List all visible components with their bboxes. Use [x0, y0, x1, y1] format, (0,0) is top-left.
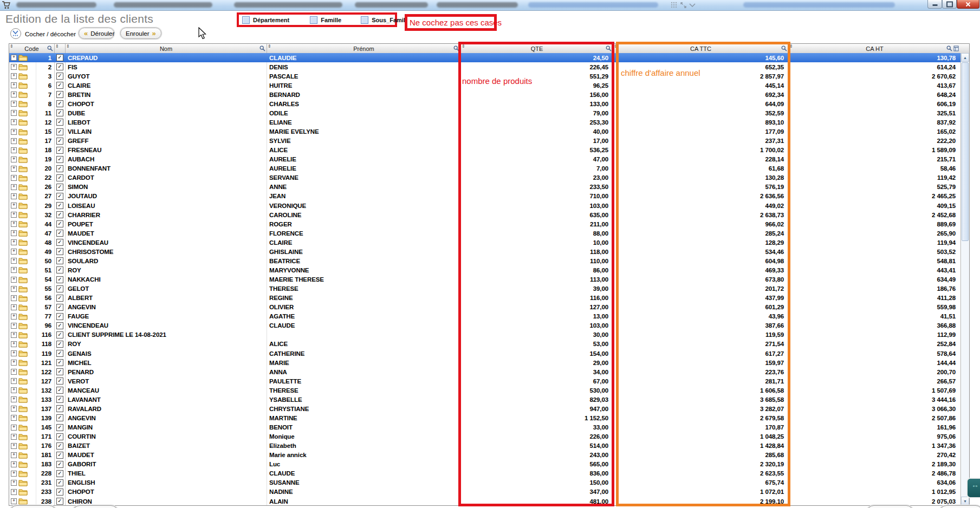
sort-icon[interactable]: ⇕ — [462, 44, 465, 49]
row-checkbox[interactable]: ✓ — [56, 266, 63, 273]
expand-plus-icon[interactable]: + — [11, 221, 17, 227]
table-row[interactable]: + 17 ✓ GREFF SYLVIE 17,00 237,31 222,20 — [9, 136, 960, 146]
row-checkbox[interactable]: ✓ — [56, 156, 63, 163]
table-row[interactable]: + 7 ✓ BRETIN BERNARD 156,00 692,34 648,2… — [9, 90, 960, 99]
expand-plus-icon[interactable]: + — [11, 396, 17, 402]
row-checkbox[interactable]: ✓ — [56, 211, 63, 218]
table-row[interactable]: + 1 ✓ CREPAUD CLAUDIE 24,50 145,60 130,7… — [9, 53, 960, 62]
table-row[interactable]: + 133 ✓ LAVANANT YSABELLE 829,03 3 685,5… — [9, 395, 960, 404]
table-row[interactable]: + 20 ✓ BONNENFANT AURELIE 7,00 61,68 58,… — [9, 164, 960, 173]
header-nom[interactable]: ⇕ Nom — [66, 44, 267, 53]
row-checkbox[interactable]: ✓ — [56, 322, 63, 329]
chevron-down-icon[interactable] — [689, 3, 696, 7]
expand-plus-icon[interactable]: + — [11, 277, 17, 283]
vertical-scrollbar[interactable]: ▲ ▼ — [960, 53, 969, 505]
table-row[interactable]: + 47 ✓ MAUDET FLORENCE 88,00 285,24 265,… — [9, 229, 960, 238]
sort-icon[interactable]: ⇕ — [614, 44, 618, 49]
row-checkbox[interactable]: ✓ — [56, 313, 63, 320]
table-row[interactable]: + 96 ✓ VINCENDEAU CLAUDE 103,00 387,66 3… — [9, 321, 960, 330]
table-row[interactable]: + 77 ✓ FAUGE AGATHE 13,00 43,96 41,51 — [9, 312, 960, 321]
expand-plus-icon[interactable]: + — [11, 498, 17, 504]
table-row[interactable]: + 137 ✓ RAVALARD CHRYSTIANE 947,00 3 282… — [9, 404, 960, 413]
enroule-button[interactable]: Enrouler » — [120, 28, 161, 39]
table-row[interactable]: + 50 ✓ SOULARD BEATRICE 110,00 604,98 54… — [9, 256, 960, 265]
row-checkbox[interactable]: ✓ — [56, 387, 63, 394]
table-row[interactable]: + 3 ✓ GUYOT PASCALE 551,29 2 857,97 2 67… — [9, 71, 960, 81]
expand-plus-icon[interactable]: + — [11, 92, 17, 97]
table-row[interactable]: + 22 ✓ CARDOT SERVANE 23,00 130,28 119,4… — [9, 173, 960, 183]
table-row[interactable]: + 228 ✓ THIEL CLAUDE 836,00 2 623,55 2 4… — [9, 469, 960, 478]
row-checkbox[interactable]: ✓ — [56, 304, 63, 311]
table-row[interactable]: + 49 ✓ CHRISOSTOME GHISLAINE 118,00 534,… — [9, 247, 960, 256]
expand-plus-icon[interactable]: + — [11, 203, 17, 209]
row-checkbox[interactable]: ✓ — [56, 138, 63, 145]
row-checkbox[interactable]: ✓ — [56, 470, 63, 477]
expand-plus-icon[interactable]: + — [11, 82, 17, 88]
filter-famille[interactable]: Famille — [310, 16, 341, 24]
expand-plus-icon[interactable]: + — [11, 489, 17, 495]
row-checkbox[interactable]: ✓ — [56, 331, 63, 338]
sort-icon[interactable]: ⇕ — [10, 44, 14, 49]
row-checkbox[interactable]: ✓ — [56, 461, 63, 468]
expand-plus-icon[interactable]: + — [11, 425, 17, 431]
table-row[interactable]: + 231 ✓ ENGLISH SUSANNE 150,00 675,74 63… — [9, 478, 960, 487]
expand-plus-icon[interactable]: + — [11, 434, 17, 440]
header-code[interactable]: ⇕ Code — [9, 44, 55, 53]
bottom-button[interactable] — [867, 505, 913, 508]
header-prenom[interactable]: ⇕ Prénom — [267, 44, 461, 53]
table-row[interactable]: + 51 ✓ ROY MARYVONNE 86,00 469,33 443,41 — [9, 265, 960, 275]
row-checkbox[interactable]: ✓ — [56, 147, 63, 154]
expand-plus-icon[interactable]: + — [11, 323, 17, 329]
expand-plus-icon[interactable]: + — [11, 129, 17, 135]
table-row[interactable]: + 238 ✓ CHIRON ALAIN 481,00 2 199,10 2 0… — [9, 497, 960, 505]
header-checkbox-col[interactable]: ⇕ — [55, 44, 66, 53]
expand-plus-icon[interactable]: + — [11, 119, 17, 125]
row-checkbox[interactable]: ✓ — [56, 442, 63, 450]
table-row[interactable]: + 2 ✓ FIS DENIS 226,45 652,35 614,24 — [9, 62, 960, 71]
table-row[interactable]: + 44 ✓ POUPET ROGER 211,00 966,02 889,69 — [9, 219, 960, 229]
table-tool-icon[interactable] — [953, 45, 959, 51]
table-row[interactable]: + 54 ✓ NAKKACHI MAERIE THERESE 113,00 67… — [9, 275, 960, 284]
row-checkbox[interactable]: ✓ — [56, 54, 63, 61]
table-row[interactable]: + 8 ✓ CHOPOT CHARLES 133,00 644,09 606,1… — [9, 99, 960, 108]
table-row[interactable]: + 19 ✓ AUBACH AURELIE 47,00 228,14 215,7… — [9, 155, 960, 164]
row-checkbox[interactable]: ✓ — [56, 414, 63, 421]
row-checkbox[interactable]: ✓ — [56, 350, 63, 357]
table-row[interactable]: + 55 ✓ GELOT THERESE 39,00 201,72 186,76 — [9, 284, 960, 294]
header-ca-ttc[interactable]: ⇕ CA TTC — [613, 44, 789, 53]
expand-plus-icon[interactable]: + — [11, 415, 17, 421]
expand-plus-icon[interactable]: + — [11, 267, 17, 273]
table-row[interactable]: + 15 ✓ VILLAIN MARIE EVELYNE 40,00 177,0… — [9, 127, 960, 136]
remote-control-icon[interactable]: ↔ — [966, 478, 980, 498]
row-checkbox[interactable]: ✓ — [56, 174, 63, 181]
table-row[interactable]: + 6 ✓ CLAIRE HUITRE 96,25 445,14 413,67 — [9, 81, 960, 90]
table-row[interactable]: + 26 ✓ SIMON ANNE 233,50 576,19 525,79 — [9, 183, 960, 192]
header-qte[interactable]: ⇕ QTE — [461, 44, 613, 53]
expand-plus-icon[interactable]: + — [11, 138, 17, 144]
expand-plus-icon[interactable]: + — [11, 295, 17, 301]
table-row[interactable]: + 18 ✓ FRESNEAU ALICE 536,25 1 700,02 1 … — [9, 146, 960, 155]
expand-plus-icon[interactable]: + — [11, 147, 17, 153]
table-row[interactable]: + 132 ✓ MANCEAU THERESE 530,00 1 606,58 … — [9, 386, 960, 395]
row-checkbox[interactable]: ✓ — [56, 433, 63, 440]
table-row[interactable]: + 119 ✓ GENAIS CATHERINE 154,00 617,27 5… — [9, 349, 960, 358]
row-checkbox[interactable]: ✓ — [56, 63, 63, 70]
expand-plus-icon[interactable]: + — [11, 314, 17, 320]
search-icon[interactable] — [781, 45, 787, 51]
close-button[interactable] — [957, 0, 979, 9]
table-row[interactable]: + 56 ✓ ALBERT REGINE 116,00 437,99 411,2… — [9, 294, 960, 303]
row-checkbox[interactable]: ✓ — [56, 220, 63, 227]
row-checkbox[interactable]: ✓ — [56, 193, 63, 200]
expand-plus-icon[interactable]: + — [11, 387, 17, 393]
departement-checkbox[interactable] — [242, 16, 250, 24]
table-row[interactable]: + 11 ✓ DUBE ODILE 79,00 352,59 325,51 — [9, 108, 960, 118]
filter-sous-famille[interactable]: Sous_Famille — [361, 16, 410, 24]
expand-plus-icon[interactable]: + — [11, 64, 17, 70]
expand-plus-icon[interactable]: + — [11, 55, 17, 61]
sort-icon[interactable]: ⇕ — [55, 44, 59, 49]
check-uncheck-icon[interactable] — [10, 28, 21, 39]
row-checkbox[interactable]: ✓ — [56, 82, 63, 89]
expand-plus-icon[interactable]: + — [11, 443, 17, 449]
row-checkbox[interactable]: ✓ — [56, 489, 63, 496]
table-row[interactable]: + 176 ✓ BAIZET Elizabeth 514,00 1 428,84… — [9, 441, 960, 451]
